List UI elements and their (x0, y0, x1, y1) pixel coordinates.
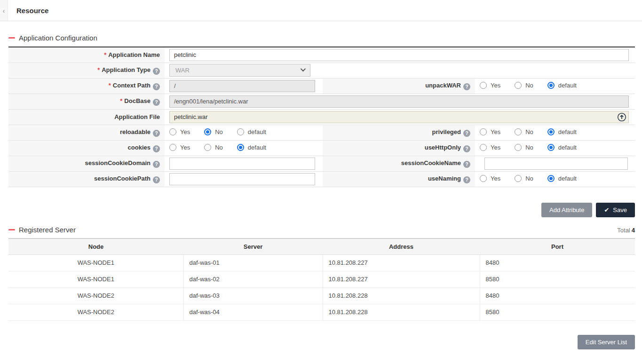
radio-label: No (215, 128, 223, 135)
form-row-application-type: *Application Type WAR (8, 63, 635, 78)
radio-icon (547, 175, 555, 182)
sessioncookiedomain-input[interactable] (169, 158, 315, 170)
help-icon[interactable] (153, 130, 160, 137)
reloadable-label: reloadable (8, 125, 165, 140)
usenaming-radio-default[interactable]: default (547, 175, 577, 182)
required-marker: * (104, 51, 106, 58)
radio-label: Yes (180, 144, 190, 151)
application-name-input[interactable] (169, 49, 629, 61)
unpackwar-radio-no[interactable]: No (515, 82, 533, 89)
unpackwar-radio-default[interactable]: default (547, 82, 577, 89)
help-icon[interactable] (153, 161, 160, 168)
radio-icon (237, 144, 244, 151)
radio-icon (515, 144, 522, 151)
reloadable-radio-no[interactable]: No (204, 128, 223, 135)
cell-port: 8580 (480, 304, 635, 320)
radio-label: Yes (180, 128, 190, 135)
radio-icon (204, 128, 211, 135)
table-row[interactable]: WAS-NODE2daf-was-0410.81.208.2288580 (8, 304, 635, 320)
cell-server: daf-was-02 (183, 271, 323, 287)
table-row[interactable]: WAS-NODE1daf-was-0210.81.208.2278580 (8, 271, 635, 287)
cookies-radio-no[interactable]: No (204, 144, 223, 151)
cookies-radio-default[interactable]: default (237, 144, 266, 151)
check-icon: ✔ (604, 206, 609, 214)
usenaming-radio-group: YesNodefault (475, 171, 635, 187)
unpackwar-radio-yes[interactable]: Yes (480, 82, 500, 89)
privileged-radio-default[interactable]: default (547, 128, 577, 135)
cookies-radio-group: YesNodefault (165, 140, 323, 156)
radio-icon (480, 82, 487, 89)
radio-label: default (248, 144, 266, 151)
radio-label: No (525, 128, 533, 135)
cookies-label: cookies (8, 140, 165, 156)
cell-node: WAS-NODE2 (8, 287, 183, 304)
column-header-server: Server (183, 238, 323, 254)
back-button[interactable]: ‹ (0, 0, 8, 21)
radio-icon (480, 128, 487, 135)
page-title: Resource (8, 0, 48, 21)
help-icon[interactable] (153, 145, 160, 152)
help-icon[interactable] (153, 176, 160, 183)
help-icon[interactable] (463, 83, 470, 90)
reloadable-radio-yes[interactable]: Yes (169, 128, 190, 135)
app-config-section-header: Application Configuration (8, 34, 635, 47)
sessioncookiedomain-label: sessionCookieDomain (8, 156, 165, 171)
form-row-sessioncookiepath-usenaming: sessionCookiePath useNaming YesNodefault (8, 171, 635, 187)
help-icon[interactable] (153, 99, 160, 106)
radio-label: No (525, 144, 533, 151)
unpackwar-radio-group: YesNodefault (475, 78, 635, 94)
section-dash-icon (8, 37, 15, 39)
application-type-select: WAR (169, 64, 310, 77)
docbase-label: *DocBase (8, 94, 165, 109)
cell-port: 8480 (480, 254, 635, 271)
chevron-left-icon: ‹ (3, 7, 5, 14)
usehttponly-label: useHttpOnly (323, 140, 475, 156)
cell-node: WAS-NODE1 (8, 271, 183, 287)
cell-port: 8480 (480, 287, 635, 304)
sessioncookiepath-input[interactable] (169, 173, 315, 185)
help-icon[interactable] (463, 161, 470, 168)
edit-server-list-button[interactable]: Edit Server List (578, 335, 635, 349)
usehttponly-radio-no[interactable]: No (515, 144, 533, 151)
reloadable-radio-default[interactable]: default (237, 128, 266, 135)
radio-icon (169, 128, 176, 135)
usehttponly-radio-default[interactable]: default (547, 144, 577, 151)
radio-icon (480, 175, 487, 182)
cell-address: 10.81.208.227 (323, 254, 480, 271)
cell-address: 10.81.208.228 (323, 287, 480, 304)
add-attribute-button[interactable]: Add Attribute (541, 203, 592, 217)
server-table-header-row: NodeServerAddressPort (8, 238, 635, 254)
privileged-radio-group: YesNodefault (475, 125, 635, 140)
radio-label: Yes (491, 82, 500, 89)
column-header-port: Port (480, 238, 635, 254)
save-button[interactable]: ✔Save (596, 203, 635, 217)
privileged-radio-yes[interactable]: Yes (480, 128, 500, 135)
table-row[interactable]: WAS-NODE1daf-was-0110.81.208.2278480 (8, 254, 635, 271)
form-row-context-path: *Context Path unpackWAR YesNodefault (8, 78, 635, 94)
table-row[interactable]: WAS-NODE2daf-was-0310.81.208.2288480 (8, 287, 635, 304)
context-path-input (169, 80, 315, 92)
section-title: Application Configuration (8, 34, 97, 42)
usehttponly-radio-yes[interactable]: Yes (480, 144, 500, 151)
registered-server-table: NodeServerAddressPort WAS-NODE1daf-was-0… (8, 238, 635, 321)
sessioncookiename-input[interactable] (484, 158, 628, 170)
help-icon[interactable] (153, 83, 160, 90)
help-icon[interactable] (463, 176, 470, 183)
privileged-radio-no[interactable]: No (515, 128, 533, 135)
usenaming-radio-yes[interactable]: Yes (480, 175, 500, 182)
help-icon[interactable] (153, 68, 160, 75)
application-file-input (169, 111, 629, 123)
application-config-form: *Application Name *Application Type WAR … (8, 47, 635, 187)
cookies-radio-yes[interactable]: Yes (169, 144, 190, 151)
help-icon[interactable] (463, 130, 470, 137)
help-icon[interactable] (463, 145, 470, 152)
unpackwar-label: unpackWAR (323, 78, 475, 94)
usenaming-radio-no[interactable]: No (515, 175, 533, 182)
application-type-label: *Application Type (8, 63, 165, 78)
radio-label: No (525, 175, 533, 182)
radio-icon (515, 82, 522, 89)
registered-server-section-header: Registered Server Total4 (8, 226, 635, 238)
upload-icon[interactable] (617, 112, 626, 122)
server-table-body: WAS-NODE1daf-was-0110.81.208.2278480WAS-… (8, 254, 635, 320)
cell-node: WAS-NODE1 (8, 254, 183, 271)
